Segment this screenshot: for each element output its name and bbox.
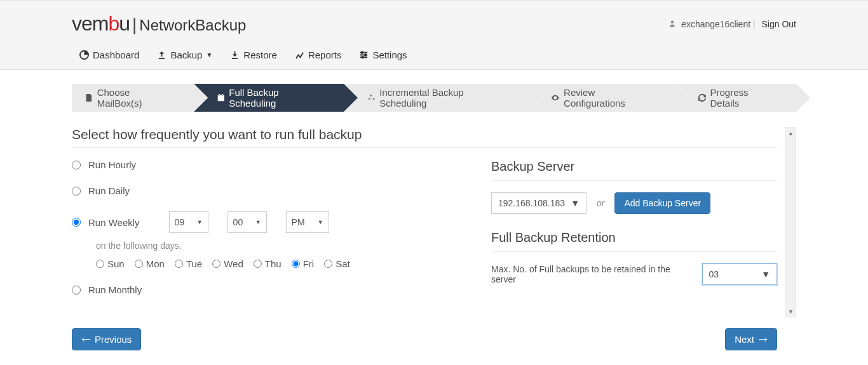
dashboard-icon bbox=[79, 50, 89, 60]
logo[interactable]: vembu | NetworkBackup bbox=[72, 12, 246, 36]
day-thu[interactable]: Thu bbox=[254, 258, 281, 269]
wizard-step-mailbox[interactable]: Choose MailBox(s) bbox=[72, 84, 194, 112]
retention-title: Full Backup Retention bbox=[491, 230, 777, 245]
or-text: or bbox=[597, 198, 604, 208]
document-icon bbox=[85, 93, 93, 102]
backup-server-select[interactable]: 192.168.108.183 ▼ bbox=[491, 192, 587, 214]
chevron-down-icon: ▼ bbox=[761, 269, 770, 279]
option-run-hourly[interactable]: Run Hourly bbox=[72, 159, 478, 170]
calendar-icon bbox=[217, 93, 226, 102]
scroll-down-icon[interactable]: ▼ bbox=[786, 306, 796, 317]
nav-settings[interactable]: Settings bbox=[359, 50, 407, 60]
sliders-icon bbox=[359, 50, 369, 60]
next-button[interactable]: Next 🡒 bbox=[725, 328, 777, 350]
wizard-step-full-backup[interactable]: Full Backup Scheduling bbox=[194, 84, 344, 112]
ampm-select[interactable]: PM▼ bbox=[286, 211, 329, 233]
svg-point-0 bbox=[362, 51, 363, 53]
days-label: on the following days. bbox=[96, 241, 478, 251]
product-name: NetworkBackup bbox=[139, 17, 246, 34]
chevron-down-icon: ▼ bbox=[571, 198, 580, 208]
wizard-steps: Choose MailBox(s) Full Backup Scheduling… bbox=[72, 84, 796, 112]
retention-label: Max. No. of Full backups to be retained … bbox=[491, 264, 695, 284]
page-title: Select how frequently you want to run fu… bbox=[72, 127, 777, 142]
nav-reports[interactable]: Reports bbox=[295, 50, 342, 60]
retention-select[interactable]: 03 ▼ bbox=[702, 263, 778, 285]
wizard-step-review[interactable]: Review Configurations bbox=[528, 84, 674, 112]
add-backup-server-button[interactable]: Add Backup Server bbox=[614, 192, 710, 214]
main-nav: Dashboard Backup ▼ Restore Reports Setti… bbox=[72, 42, 796, 69]
arrow-right-icon: 🡒 bbox=[758, 334, 768, 345]
chevron-down-icon: ▼ bbox=[197, 219, 203, 225]
nav-dashboard[interactable]: Dashboard bbox=[79, 50, 139, 60]
hour-select[interactable]: 09▼ bbox=[169, 211, 208, 233]
radio-monthly[interactable] bbox=[72, 286, 81, 295]
scrollbar[interactable]: ▲ ▼ bbox=[785, 127, 796, 317]
minute-select[interactable]: 00▼ bbox=[227, 211, 267, 233]
radio-weekly[interactable] bbox=[72, 218, 81, 227]
nav-restore[interactable]: Restore bbox=[230, 50, 277, 60]
day-selector: Sun Mon Tue Wed Thu Fri Sat bbox=[96, 258, 478, 269]
wizard-step-incremental[interactable]: Incremental Backup Scheduling bbox=[344, 84, 528, 112]
user-icon bbox=[668, 19, 679, 29]
chart-icon bbox=[295, 50, 304, 60]
username: exchange16client bbox=[681, 19, 750, 29]
day-tue[interactable]: Tue bbox=[175, 258, 202, 269]
chevron-down-icon: ▼ bbox=[318, 219, 323, 225]
day-mon[interactable]: Mon bbox=[135, 258, 165, 269]
svg-point-2 bbox=[362, 56, 364, 58]
refresh-icon bbox=[698, 93, 707, 102]
day-fri[interactable]: Fri bbox=[292, 258, 315, 269]
radio-daily[interactable] bbox=[72, 187, 81, 196]
radio-hourly[interactable] bbox=[72, 161, 81, 169]
day-sat[interactable]: Sat bbox=[324, 258, 350, 269]
signout-link[interactable]: Sign Out bbox=[762, 19, 796, 29]
chevron-down-icon: ▼ bbox=[255, 219, 261, 225]
day-wed[interactable]: Wed bbox=[212, 258, 243, 269]
nav-backup[interactable]: Backup ▼ bbox=[157, 50, 212, 60]
option-run-weekly[interactable]: Run Weekly 09▼ 00▼ PM▼ bbox=[72, 211, 478, 233]
option-run-monthly[interactable]: Run Monthly bbox=[72, 284, 478, 295]
svg-point-1 bbox=[365, 54, 367, 56]
day-sun[interactable]: Sun bbox=[96, 258, 125, 269]
chevron-down-icon: ▼ bbox=[206, 51, 212, 58]
arrow-left-icon: 🡐 bbox=[81, 334, 91, 345]
option-run-daily[interactable]: Run Daily bbox=[72, 185, 478, 196]
backup-server-title: Backup Server bbox=[491, 159, 777, 174]
scroll-up-icon[interactable]: ▲ bbox=[786, 128, 796, 138]
eye-icon bbox=[551, 93, 560, 102]
recycle-icon bbox=[367, 93, 376, 102]
wizard-step-progress[interactable]: Progress Details bbox=[675, 84, 796, 112]
download-icon bbox=[230, 50, 240, 60]
upload-icon bbox=[157, 50, 166, 60]
previous-button[interactable]: 🡐 Previous bbox=[72, 328, 141, 350]
